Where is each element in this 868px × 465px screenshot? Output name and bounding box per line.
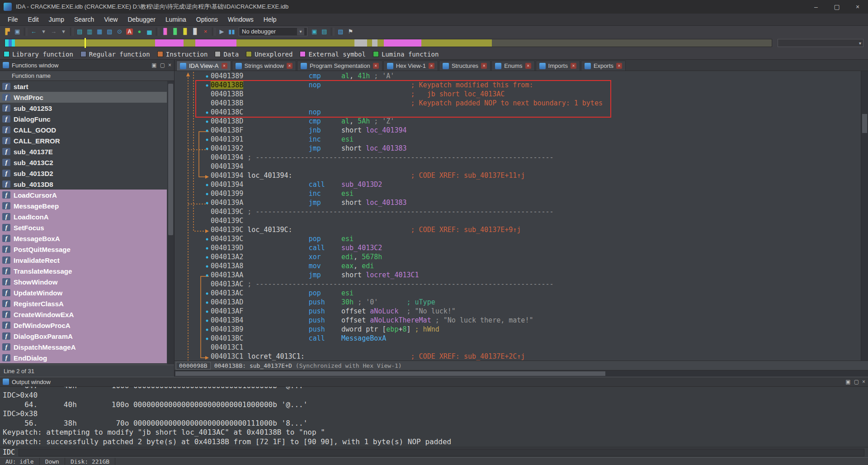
disasm-line[interactable]: 004013BC call MessageBoxA [175,334,861,343]
panel-restore-icon[interactable]: ▣ [845,379,850,385]
function-list-item[interactable]: fsub_4013C2 [0,157,167,168]
function-list-item[interactable]: fDialogFunc [0,114,167,124]
patch-marker-yellow-icon[interactable]: ▊ [181,27,190,36]
disasm-line[interactable]: 00401394 [175,162,861,171]
function-list-item[interactable]: fMessageBoxA [0,233,167,244]
function-list-item[interactable]: fSetFocus [0,222,167,233]
jump-function-icon[interactable]: ▦ [95,27,104,36]
tab-close-icon[interactable]: × [222,63,227,69]
tab-enums[interactable]: Enums× [491,61,534,71]
disasm-line[interactable]: 0040138B ; Keypatch padded NOP to next b… [175,99,861,108]
disasm-line[interactable]: 004013AC pop esi [175,289,861,298]
tab-structures[interactable]: Structures× [439,61,491,71]
function-list-item[interactable]: fsub_4013D8 [0,179,167,190]
function-list-item[interactable]: fLoadIconA [0,211,167,222]
chart-icon[interactable]: ▅ [145,27,154,36]
function-list-item[interactable]: fCALL_GOOD [0,124,167,135]
scripts-icon[interactable]: ▧ [336,27,345,36]
function-list-item[interactable]: fTranslateMessage [0,266,167,276]
menu-windows[interactable]: Windows [223,14,259,25]
disasm-line[interactable]: 0040138D cmp al, 5Ah ; 'Z' [175,117,861,126]
panel-close-icon[interactable]: × [862,379,865,385]
nav-forward-menu-icon[interactable]: ▾ [59,27,68,36]
menu-file[interactable]: File [3,14,23,25]
function-list-item[interactable]: fInvalidateRect [0,255,167,266]
disasm-line[interactable]: 0040139D call sub_4013C2 [175,244,861,253]
lumina-icon[interactable]: ● [135,27,144,36]
menu-help[interactable]: Help [259,14,282,25]
function-list-item[interactable]: fstart [0,81,167,92]
function-list-item[interactable]: fsub_4013D2 [0,168,167,179]
navigation-band[interactable] [5,39,772,47]
menu-view[interactable]: View [99,14,123,25]
function-list-item[interactable]: fUpdateWindow [0,287,167,298]
disasm-line[interactable]: 0040138B nop ; Keypatch modified this fr… [175,81,861,90]
function-name-column-header[interactable]: Function name [0,71,174,81]
disasm-line[interactable]: 00401391 inc esi [175,135,861,144]
nav-back-menu-icon[interactable]: ▾ [39,27,48,36]
functions-scrollbar-thumb[interactable] [168,84,173,235]
function-list-item[interactable]: fDispatchMessageA [0,342,167,352]
function-list-item[interactable]: fRegisterClassA [0,298,167,309]
disasm-line[interactable]: 004013AA jmp short locret_4013C1 [175,271,861,280]
tab-strings-window[interactable]: Strings window× [232,61,296,71]
disasm-line[interactable]: 004013AD push 30h ; '0' ; uType [175,298,861,307]
jump-name-icon[interactable]: ▥ [85,27,94,36]
debugger-options-icon[interactable]: ▤ [320,27,329,36]
open-file-icon[interactable]: ▛ [3,27,12,36]
patch-marker-green-icon[interactable]: ▊ [171,27,180,36]
text-search-icon[interactable]: A [125,27,134,36]
disasm-line[interactable]: 0040138F jnb short loc_401394 [175,126,861,135]
tab-close-icon[interactable]: × [287,63,292,69]
function-list-item[interactable]: fDefWindowProcA [0,320,167,331]
close-icon[interactable]: × [847,0,868,14]
tab-close-icon[interactable]: × [571,63,576,69]
function-list-item[interactable]: fCALL_ERROR [0,135,167,146]
tab-close-icon[interactable]: × [429,63,434,69]
panel-float-icon[interactable]: ▢ [160,62,165,68]
navband-range-select[interactable]: ▾ [778,39,863,47]
menu-jump[interactable]: Jump [44,14,69,25]
disasm-line[interactable]: 004013B4 push offset aNoLuckThereMat ; "… [175,316,861,325]
menu-options[interactable]: Options [191,14,223,25]
disassembly-scrollbar[interactable] [861,71,868,361]
flag-icon[interactable]: ⚑ [346,27,355,36]
disasm-line[interactable]: 004013C1 locret_4013C1: ; CODE XREF: sub… [175,352,861,361]
disasm-line[interactable]: 004013C1 [175,343,861,352]
snapshot-icon[interactable]: ▣ [13,27,22,36]
patch-marker-white-icon[interactable]: ▊ [191,27,200,36]
menu-debugger[interactable]: Debugger [123,14,160,25]
disasm-line[interactable]: 00401394 ; -----------------------------… [175,153,861,162]
function-list-item[interactable]: fPostQuitMessage [0,244,167,255]
disassembly-hscrollbar-thumb[interactable] [175,371,605,376]
jump-segment-icon[interactable]: ▤ [75,27,85,36]
tab-close-icon[interactable]: × [481,63,487,69]
debugger-run-icon[interactable]: ▶ [217,27,226,36]
functions-scrollbar[interactable] [167,81,174,365]
disasm-line[interactable]: 0040139C [175,217,861,226]
disasm-line[interactable]: 00401389 cmp al, 41h ; 'A' [175,72,861,81]
disasm-line[interactable]: 004013B9 push dword ptr [ebp+8] ; hWnd [175,325,861,334]
function-list-item[interactable]: fCreateWindowExA [0,309,167,320]
minimize-icon[interactable]: – [806,0,826,14]
disasm-line[interactable]: 0040138C nop [175,108,861,117]
function-list-item[interactable]: fShowWindow [0,276,167,287]
disasm-line[interactable]: 0040139C pop esi [175,235,861,244]
disasm-line[interactable]: 004013AF push offset aNoLuck ; "No luck!… [175,307,861,316]
function-list-item[interactable]: fEndDialog [0,352,167,363]
debugger-attach-icon[interactable]: ▣ [310,27,319,36]
nav-forward-icon[interactable]: → [49,27,58,36]
tab-hex-view-1[interactable]: Hex View-1× [383,61,438,71]
disasm-line[interactable]: 00401394 loc_401394: ; CODE XREF: sub_40… [175,171,861,180]
disassembly-hscrollbar[interactable] [175,370,868,377]
jump-xref-icon[interactable]: ▧ [105,27,114,36]
tab-exports[interactable]: Exports× [581,61,626,71]
disasm-line[interactable]: 0040139C loc_40139C: ; CODE XREF: sub_40… [175,226,861,235]
patch-marker-pink-icon[interactable]: ▊ [161,27,170,36]
tab-close-icon[interactable]: × [616,63,622,69]
tab-program-segmentation[interactable]: Program Segmentation× [297,61,382,71]
function-list-item[interactable]: fDialogBoxParamA [0,331,167,342]
disasm-line[interactable]: 00401399 inc esi [175,190,861,199]
disasm-line[interactable]: 0040138B ; jb short loc_4013AC [175,90,861,99]
debugger-select[interactable]: No debugger▾ [239,27,307,36]
